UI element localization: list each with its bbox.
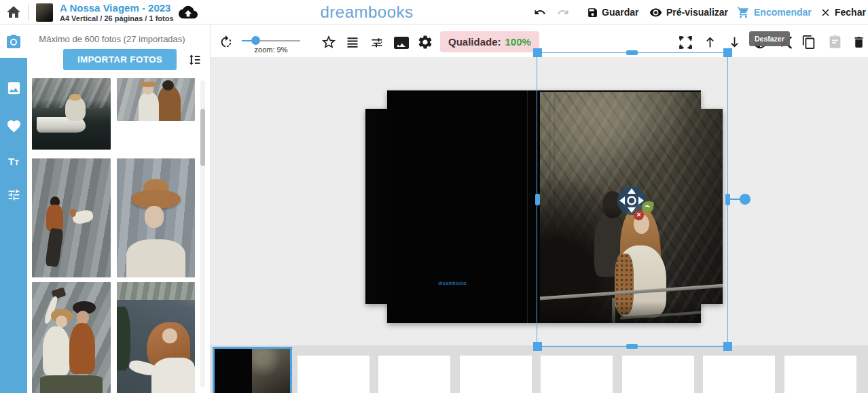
photo-limit-label: Máximo de 600 fotos (27 importadas) — [27, 34, 197, 44]
quality-label: Qualidade: — [448, 36, 501, 48]
selection-handle-bottom-middle[interactable] — [626, 344, 638, 349]
zoom-label: zoom: 9% — [232, 46, 310, 54]
undo-button[interactable] — [532, 0, 547, 24]
heart-icon — [6, 118, 22, 134]
cart-icon — [736, 6, 751, 19]
preview-label: Pré-visualizar — [666, 7, 728, 18]
selection-handle-top-middle[interactable] — [626, 50, 638, 55]
panel-photo-couple[interactable] — [117, 78, 195, 121]
rotate-icon — [219, 35, 234, 50]
project-thumbnail[interactable] — [36, 3, 53, 22]
project-title[interactable]: A Nossa Viagem - 2023 — [60, 2, 170, 14]
delete-button[interactable] — [852, 35, 866, 50]
panel-photo-boat[interactable] — [32, 78, 111, 150]
settings-button[interactable] — [417, 34, 433, 50]
image-icon — [393, 36, 410, 50]
panel-photo-selfie[interactable] — [32, 282, 111, 393]
lines-icon — [345, 35, 360, 49]
save-icon — [587, 7, 598, 18]
rail-tab-filters[interactable] — [0, 180, 27, 209]
copy-button[interactable] — [801, 35, 816, 50]
page-thumb-5[interactable] — [622, 356, 694, 393]
save-button[interactable]: Guardar — [587, 0, 638, 24]
transform-button[interactable] — [678, 35, 693, 50]
panel-photo-hat-woman[interactable] — [117, 158, 195, 277]
paste-icon — [828, 35, 842, 50]
app: A Nossa Viagem - 2023 A4 Vertical / 26 p… — [0, 0, 868, 393]
background-button[interactable] — [393, 36, 410, 50]
quality-value: 100% — [505, 36, 531, 48]
sort-icon — [187, 53, 202, 67]
rail-tab-gallery[interactable] — [0, 73, 27, 103]
close-button[interactable]: Fechar — [820, 0, 866, 24]
layouts-button[interactable] — [345, 35, 360, 49]
preview-button[interactable]: Pré-visualizar — [649, 0, 728, 24]
cloud-upload-icon — [179, 4, 198, 20]
back-cover-watermark: dreambooks — [435, 281, 470, 286]
page-thumb-1[interactable] — [297, 356, 369, 393]
adjust-button[interactable] — [369, 35, 384, 49]
redo-button[interactable] — [556, 0, 571, 24]
zoom-slider-handle[interactable] — [251, 36, 260, 45]
page-thumb-cover-selected[interactable] — [213, 347, 292, 393]
close-icon — [820, 7, 831, 18]
rail-tab-favorites[interactable] — [0, 111, 27, 141]
panel-photo-man-rock[interactable] — [32, 158, 111, 277]
gear-icon — [417, 34, 433, 50]
bring-forward-button[interactable] — [703, 35, 717, 50]
selection-handle-top-left[interactable] — [533, 48, 542, 57]
sort-button[interactable] — [186, 53, 202, 67]
rotate-button[interactable] — [219, 35, 234, 50]
project-subtitle: A4 Vertical / 26 páginas / 1 fotos — [60, 14, 174, 22]
page-thumb-2[interactable] — [378, 356, 450, 393]
selection-handle-bottom-right[interactable] — [723, 342, 732, 351]
photos-icon — [6, 80, 22, 96]
redo-icon — [556, 6, 571, 18]
tune-icon — [369, 35, 384, 49]
filters-icon — [7, 188, 21, 202]
copy-icon — [801, 35, 816, 50]
paste-button[interactable] — [828, 35, 842, 50]
page-thumb-4[interactable] — [541, 356, 613, 393]
page-thumb-6[interactable] — [703, 356, 775, 393]
rail-tab-text[interactable]: TT — [0, 146, 27, 176]
photos-panel: Máximo de 600 fotos (27 importadas) IMPO… — [27, 24, 211, 393]
pages-filmstrip — [211, 345, 868, 393]
trash-icon — [852, 35, 866, 50]
home-icon — [5, 4, 22, 20]
eye-icon — [649, 6, 663, 19]
top-bar: A Nossa Viagem - 2023 A4 Vertical / 26 p… — [0, 0, 868, 24]
remove-badge-icon[interactable]: ✕ — [634, 210, 644, 220]
order-button[interactable]: Encomendar — [736, 0, 812, 24]
page-thumb-3[interactable] — [460, 356, 532, 393]
quality-badge: Qualidade: 100% — [440, 31, 539, 52]
selection-handle-middle-left[interactable] — [535, 194, 540, 205]
rail-tab-photos[interactable] — [0, 24, 27, 58]
selection-handle-top-right[interactable] — [723, 48, 732, 57]
header-divider — [28, 4, 29, 20]
undo-icon — [532, 6, 547, 18]
zoom-slider-track[interactable] — [242, 40, 300, 41]
import-photos-button[interactable]: IMPORTAR FOTOS — [63, 49, 177, 70]
transform-icon — [678, 35, 693, 50]
camera-icon — [5, 33, 22, 50]
favorite-button[interactable] — [321, 34, 337, 50]
home-button[interactable] — [5, 4, 22, 20]
order-label: Encomendar — [754, 7, 812, 18]
star-icon — [321, 34, 337, 50]
undo-tooltip: Desfazer — [749, 31, 790, 46]
save-label: Guardar — [602, 7, 638, 18]
panel-photo-lake-woman[interactable] — [117, 282, 195, 393]
panel-scrollbar-thumb[interactable] — [200, 109, 205, 166]
spine-fold-line — [527, 90, 528, 323]
close-label: Fechar — [835, 7, 866, 18]
arrow-down-icon — [727, 35, 742, 50]
selection-handle-bottom-left[interactable] — [533, 342, 542, 351]
side-rail: TT — [0, 24, 27, 393]
send-backward-button[interactable] — [727, 35, 742, 50]
page-thumb-7[interactable] — [784, 356, 856, 393]
dreambooks-logo: dreambooks — [312, 3, 421, 22]
rotate-handle[interactable] — [740, 194, 751, 205]
text-icon: TT — [8, 156, 19, 167]
arrow-up-icon — [703, 35, 717, 50]
